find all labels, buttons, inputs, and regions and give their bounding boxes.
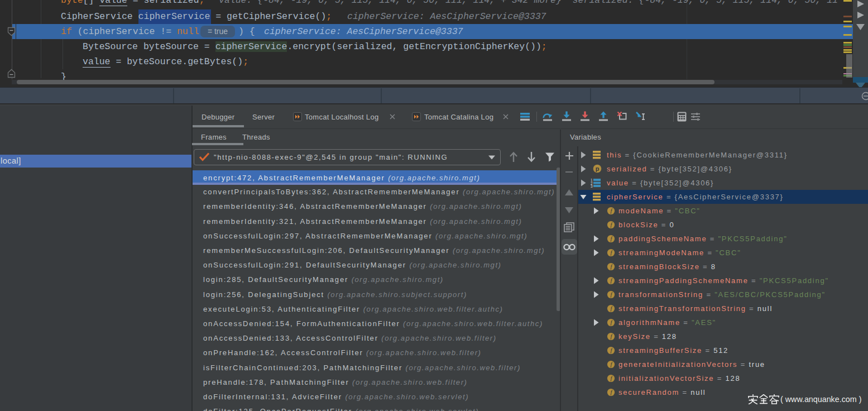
svg-text:p: p: [596, 165, 600, 172]
svg-text:3: 3: [591, 184, 593, 188]
